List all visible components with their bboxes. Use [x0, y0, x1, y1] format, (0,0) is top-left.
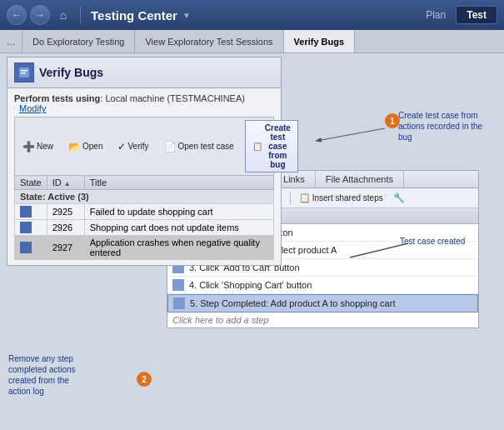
step-row-selected[interactable]: 5. Step Completed: Add product A to shop…: [167, 294, 478, 312]
svg-rect-1: [21, 70, 27, 72]
open-icon: 📂: [68, 141, 81, 152]
main-content: Verify Bugs Perform tests using: Local m…: [0, 53, 504, 430]
col-id[interactable]: ID ▲: [47, 176, 84, 190]
annotation-text-2: Remove any step completed actions create…: [8, 353, 92, 397]
perform-tests-label: Perform tests using: Local machine (TEST…: [14, 93, 274, 113]
step-row[interactable]: 4. Click 'Shopping Cart' button: [167, 277, 478, 294]
svg-line-3: [317, 128, 385, 141]
annotation-badge-2: 2: [137, 372, 152, 387]
tc-created-annotation: Test case created: [400, 237, 465, 246]
bug-icon: [20, 206, 32, 218]
tab-verify-bugs[interactable]: Verify Bugs: [284, 30, 356, 52]
new-icon: ➕: [22, 141, 35, 152]
panel-body: Perform tests using: Local machine (TEST…: [7, 88, 281, 265]
tab-overflow[interactable]: ...: [0, 30, 22, 52]
modify-link[interactable]: Modify: [19, 103, 46, 113]
top-toolbar: ← → ⌂ Testing Center ▼ Plan Test: [0, 0, 504, 30]
test-tab[interactable]: Test: [456, 6, 497, 24]
open-test-case-button[interactable]: 📄 Open test case: [160, 139, 238, 154]
open-tc-icon: 📄: [164, 141, 177, 152]
steps-extra-button[interactable]: 🔧: [389, 191, 409, 205]
insert-shared-steps-button[interactable]: 📋 Insert shared steps: [295, 191, 387, 205]
create-icon: 📋: [252, 142, 262, 151]
row-id: 2926: [47, 220, 84, 236]
table-row-selected[interactable]: 2927 Application crashes when negative q…: [15, 236, 274, 260]
annotation-text-1: Create test case from actions recorded i…: [398, 110, 490, 142]
step-icon: [172, 279, 184, 291]
panel-header: Verify Bugs: [7, 58, 281, 88]
group-row: State: Active (3): [15, 190, 274, 204]
tab-view-sessions[interactable]: View Exploratory Test Sessions: [135, 30, 283, 52]
verify-bugs-panel: Verify Bugs Perform tests using: Local m…: [7, 57, 282, 266]
create-from-bug-button[interactable]: 📋 Create test case from bug: [245, 120, 298, 172]
add-step-row[interactable]: Click here to add a step: [167, 312, 478, 328]
panel-title: Verify Bugs: [39, 66, 103, 79]
title-dropdown-icon[interactable]: ▼: [182, 11, 191, 20]
plan-tab[interactable]: Plan: [419, 8, 452, 22]
table-row[interactable]: 2925 Failed to update shopping cart: [15, 204, 274, 220]
steps-separator: [290, 192, 291, 204]
panel-icon: [14, 62, 34, 82]
row-title: Failed to update shopping cart: [84, 204, 273, 220]
tab-bar: ... Do Exploratory Testing View Explorat…: [0, 30, 504, 53]
row-title: Shopping cart does not update items: [84, 220, 273, 236]
tab-do-exploratory[interactable]: Do Exploratory Testing: [22, 30, 135, 52]
app-title: Testing Center: [91, 8, 177, 22]
col-title[interactable]: Title: [84, 176, 273, 190]
bug-icon: [20, 242, 32, 253]
action-toolbar: ➕ New 📂 Open ✓ Verify 📄 Open test case: [14, 117, 274, 175]
svg-rect-2: [21, 72, 26, 74]
bugs-table: State ID ▲ Title State: Active (3) 2925 …: [14, 175, 274, 260]
forward-button[interactable]: →: [30, 5, 50, 25]
bug-icon: [20, 222, 32, 233]
home-button[interactable]: ⌂: [53, 5, 73, 25]
open-button[interactable]: 📂 Open: [64, 139, 107, 154]
extra-icon: 🔧: [393, 192, 405, 203]
new-button[interactable]: ➕ New: [18, 139, 57, 154]
row-title: Application crashes when negative qualit…: [84, 236, 273, 260]
verify-icon: ✓: [117, 141, 126, 152]
shared-steps-icon: 📋: [299, 192, 311, 203]
back-button[interactable]: ←: [7, 5, 27, 25]
table-row[interactable]: 2926 Shopping cart does not update items: [15, 220, 274, 236]
row-id: 2925: [47, 204, 84, 220]
tab-file-attachments[interactable]: File Attachments: [316, 171, 404, 188]
step-icon: [173, 298, 185, 309]
verify-button[interactable]: ✓ Verify: [113, 139, 152, 154]
table-header-row: State ID ▲ Title: [15, 176, 274, 190]
row-id: 2927: [47, 236, 84, 260]
col-state[interactable]: State: [15, 176, 47, 190]
